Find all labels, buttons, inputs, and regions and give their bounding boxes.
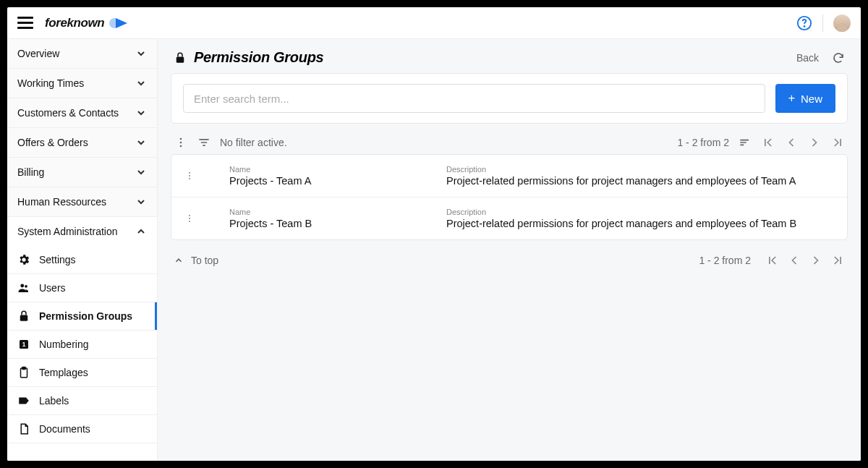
prev-page-icon[interactable] — [787, 253, 801, 268]
sidebar-item-label: Templages — [39, 367, 88, 378]
svg-point-18 — [189, 218, 190, 219]
sidebar-group-customers[interactable]: Customers & Contacts — [7, 98, 157, 127]
chevron-down-icon — [135, 48, 147, 59]
menu-toggle[interactable] — [17, 14, 35, 32]
next-page-icon[interactable] — [809, 253, 823, 268]
svg-rect-9 — [22, 367, 26, 370]
sidebar-item-label: Documents — [39, 423, 90, 435]
brand-name: foreknown — [45, 16, 104, 30]
brand-logo-icon — [109, 16, 129, 30]
sidebar-item-label: Numbering — [39, 339, 88, 350]
sidebar-item-label: Settings — [39, 254, 76, 265]
to-top-link[interactable]: To top — [191, 255, 218, 266]
sidebar-group-billing[interactable]: Billing — [7, 158, 157, 187]
svg-point-19 — [189, 221, 190, 222]
more-icon[interactable] — [174, 135, 188, 150]
user-avatar[interactable] — [833, 14, 851, 32]
gear-icon — [17, 253, 30, 266]
chevron-down-icon — [135, 137, 147, 148]
svg-point-16 — [189, 178, 190, 179]
sidebar-item-documents[interactable]: Documents — [7, 415, 157, 443]
number-icon: 1 — [17, 338, 30, 351]
desc-label: Description — [446, 208, 835, 216]
sidebar-item-label: Users — [39, 282, 66, 294]
chevron-down-icon — [135, 107, 147, 119]
filter-bar: No filter active. 1 - 2 from 2 — [158, 131, 861, 154]
filter-status: No filter active. — [220, 137, 287, 148]
table-row[interactable]: Name Projects - Team A Description Proje… — [171, 155, 847, 197]
help-icon[interactable] — [796, 15, 812, 31]
desc-value: Project-related permissions for project … — [446, 218, 835, 229]
main-content: Permission Groups Back + New No filter a… — [158, 39, 861, 461]
users-icon — [17, 281, 30, 294]
search-input[interactable] — [183, 84, 765, 113]
next-page-icon[interactable] — [807, 135, 822, 150]
table-row[interactable]: Name Projects - Team B Description Proje… — [171, 197, 847, 239]
svg-rect-10 — [176, 56, 184, 62]
sidebar-group-hr[interactable]: Human Ressources — [7, 187, 157, 216]
sidebar-item-templates[interactable]: Templages — [7, 359, 157, 386]
svg-point-3 — [20, 284, 24, 288]
desc-label: Description — [446, 165, 835, 174]
page-header: Permission Groups Back — [158, 39, 861, 73]
sidebar-item-permission-groups[interactable]: Permission Groups — [7, 302, 157, 330]
last-page-icon[interactable] — [830, 253, 845, 268]
svg-point-14 — [189, 172, 190, 174]
sidebar-item-label: Permission Groups — [39, 310, 132, 322]
prev-page-icon[interactable] — [784, 135, 799, 150]
arrow-up-icon[interactable] — [174, 255, 184, 265]
filter-icon[interactable] — [197, 135, 211, 150]
pagination-text: 1 - 2 from 2 — [699, 255, 751, 266]
sort-icon[interactable] — [738, 135, 752, 150]
svg-point-4 — [25, 285, 27, 288]
table-card: Name Projects - Team A Description Proje… — [171, 154, 848, 240]
svg-point-12 — [180, 142, 182, 144]
sidebar-item-settings[interactable]: Settings — [7, 246, 157, 273]
svg-text:1: 1 — [22, 341, 26, 348]
lock-icon — [174, 51, 187, 64]
desc-value: Project-related permissions for project … — [446, 175, 835, 187]
svg-point-2 — [804, 26, 804, 27]
lock-icon — [17, 310, 30, 323]
svg-rect-5 — [20, 315, 28, 321]
search-card: + New — [171, 73, 848, 124]
topbar: foreknown — [7, 7, 861, 39]
plus-icon: + — [788, 93, 795, 104]
sidebar-group-overview[interactable]: Overview — [7, 39, 157, 68]
app-frame: foreknown Overview Working Times Custome… — [7, 7, 861, 461]
divider — [822, 14, 823, 32]
svg-point-13 — [180, 145, 182, 148]
chevron-down-icon — [135, 77, 147, 89]
sidebar-item-label: Labels — [39, 395, 69, 407]
svg-point-11 — [180, 138, 182, 140]
sidebar-item-users[interactable]: Users — [7, 274, 157, 302]
name-label: Name — [229, 165, 446, 174]
name-label: Name — [229, 208, 446, 216]
sidebar-group-offers[interactable]: Offers & Orders — [7, 128, 157, 157]
name-value: Projects - Team A — [229, 175, 446, 187]
sidebar-item-numbering[interactable]: 1 Numbering — [7, 331, 157, 358]
footer-bar: To top 1 - 2 from 2 — [158, 247, 861, 273]
refresh-icon[interactable] — [832, 51, 845, 64]
first-page-icon[interactable] — [761, 135, 775, 150]
row-menu-icon[interactable] — [179, 170, 200, 182]
new-button[interactable]: + New — [775, 84, 835, 113]
chevron-down-icon — [135, 166, 147, 178]
last-page-icon[interactable] — [830, 135, 845, 150]
new-button-label: New — [801, 93, 822, 105]
svg-point-15 — [189, 175, 190, 176]
body: Overview Working Times Customers & Conta… — [7, 39, 861, 461]
first-page-icon[interactable] — [765, 253, 780, 268]
sidebar-item-labels[interactable]: Labels — [7, 387, 157, 414]
row-menu-icon[interactable] — [179, 213, 200, 224]
chevron-down-icon — [135, 196, 147, 208]
sidebar-group-sysadmin[interactable]: System Administration — [7, 217, 157, 246]
document-icon — [17, 422, 30, 435]
back-link[interactable]: Back — [796, 52, 819, 64]
name-value: Projects - Team B — [229, 218, 446, 229]
sidebar-group-working-times[interactable]: Working Times — [7, 69, 157, 98]
sidebar: Overview Working Times Customers & Conta… — [7, 39, 158, 461]
tag-icon — [17, 394, 30, 407]
chevron-up-icon — [135, 226, 147, 237]
page-title: Permission Groups — [194, 49, 796, 66]
